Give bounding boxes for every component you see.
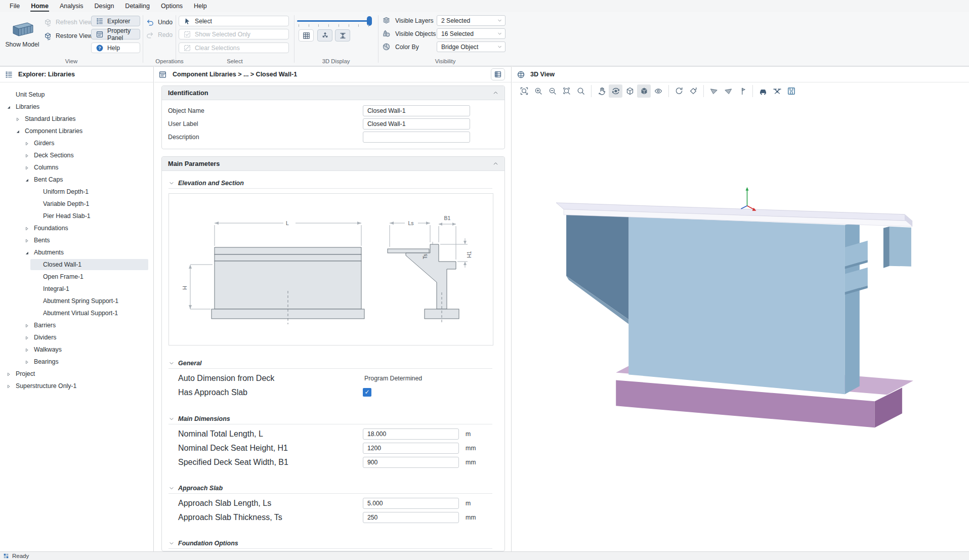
expand-arrow-icon[interactable] [24,359,29,364]
expand-arrow-icon[interactable] [24,153,29,158]
expand-arrow-icon[interactable] [6,371,11,376]
rotate-axis-button[interactable] [686,84,700,98]
collapse-icon[interactable] [492,160,499,167]
explorer-toggle-button[interactable]: Explorer [91,16,140,26]
extrude-display-button[interactable] [317,29,332,41]
approach-slab-section-header[interactable]: Approach Slab [168,483,492,494]
3d-viewport[interactable] [512,99,969,551]
tree-item-girders[interactable]: Girders [0,137,153,149]
main-dimensions-section-header[interactable]: Main Dimensions [168,414,492,424]
object-name-input[interactable] [363,105,470,116]
menu-home[interactable]: Home [25,1,54,12]
tree-item-foundations[interactable]: Foundations [0,222,153,234]
section-display-button[interactable] [335,29,350,41]
clear-selections-button[interactable]: Clear Selections [179,42,289,53]
undo-button[interactable]: Undo [146,17,173,28]
expand-arrow-icon[interactable] [24,347,29,352]
zoom-extents-button[interactable] [517,84,531,98]
expand-arrow-icon[interactable] [24,323,29,328]
redo-button[interactable]: Redo [146,29,173,40]
fly-over-button[interactable] [770,84,784,98]
tree-item-component-libraries[interactable]: Component Libraries [0,125,153,137]
restore-view-button[interactable]: Restore View [44,30,92,41]
visible-objects-dropdown[interactable]: 16 Selected [437,28,505,39]
collapse-arrow-icon[interactable] [6,104,11,109]
show-selected-only-button[interactable]: Show Selected Only [179,29,289,39]
tree-item-walkways[interactable]: Walkways [0,343,153,356]
description-input[interactable] [363,132,470,143]
zoom-dynamic-button[interactable] [574,84,587,98]
zoom-window-button[interactable] [560,84,573,98]
expand-arrow-icon[interactable] [6,383,11,389]
grid-display-button[interactable] [299,29,314,41]
tree-item-abutment-virtual-support-1[interactable]: Abutment Virtual Support-1 [0,307,153,319]
collapse-arrow-icon[interactable] [15,128,20,134]
collapse-icon[interactable] [492,90,499,96]
expand-arrow-icon[interactable] [24,165,29,170]
menu-help[interactable]: Help [188,1,213,12]
menu-design[interactable]: Design [89,1,119,12]
visibility-eye-button[interactable] [651,84,665,98]
display-slider-track[interactable] [297,20,370,22]
refresh-view-button[interactable]: Refresh View [44,17,92,28]
pan-button[interactable] [595,84,608,98]
tree-item-uniform-depth-1[interactable]: Uniform Depth-1 [0,186,153,198]
specified-deck-seat-width-b1-input[interactable] [363,457,459,468]
tree-item-standard-libraries[interactable]: Standard Libraries [0,113,153,125]
menu-file[interactable]: File [4,1,25,12]
tree-item-integral-1[interactable]: Integral-1 [0,283,153,295]
tree-item-variable-depth-1[interactable]: Variable Depth-1 [0,198,153,210]
view-dir-3-button[interactable] [735,84,749,98]
expand-arrow-icon[interactable] [24,335,29,340]
drive-through-button[interactable] [756,84,770,98]
expand-arrow-icon[interactable] [24,141,29,146]
tree-item-libraries[interactable]: Libraries [0,101,153,113]
has-approach-slab-checkbox[interactable]: ✓ [363,388,371,397]
tree-item-unit-setup[interactable]: Unit Setup [0,89,153,101]
visible-layers-dropdown[interactable]: 2 Selected [437,15,505,26]
tree-item-open-frame-1[interactable]: Open Frame-1 [0,271,153,283]
tree-item-pier-head-slab-1[interactable]: Pier Head Slab-1 [0,210,153,222]
identification-header[interactable]: Identification [162,86,504,100]
tree-item-abutments[interactable]: Abutments [0,246,153,259]
tree-item-superstructure-only-1[interactable]: Superstructure Only-1 [0,380,153,392]
help-button[interactable]: ? Help [91,42,140,53]
collapse-arrow-icon[interactable] [24,250,29,255]
rotate-cw-button[interactable] [672,84,686,98]
expand-arrow-icon[interactable] [24,226,29,231]
property-panel-toggle-button[interactable]: Property Panel [91,29,140,39]
view-dir-1-button[interactable] [707,84,721,98]
zoom-out-button[interactable] [545,84,559,98]
tree-item-columns[interactable]: Columns [0,161,153,174]
tree-item-dividers[interactable]: Dividers [0,331,153,343]
approach-slab-thickness-ts-input[interactable] [363,512,459,523]
tree-item-bent-caps[interactable]: Bent Caps [0,174,153,186]
property-scroll-area[interactable]: Identification Object NameUser LabelDesc… [154,82,511,551]
collapse-arrow-icon[interactable] [24,177,29,182]
tree-item-abutment-spring-support-1[interactable]: Abutment Spring Support-1 [0,295,153,307]
tree-item-deck-sections[interactable]: Deck Sections [0,149,153,161]
tree-item-closed-wall-1[interactable]: Closed Wall-1 [0,259,153,271]
zoom-in-button[interactable] [531,84,545,98]
expand-arrow-icon[interactable] [24,238,29,243]
main-parameters-header[interactable]: Main Parameters [162,157,504,171]
general-section-header[interactable]: General [168,358,492,369]
tree-item-barriers[interactable]: Barriers [0,319,153,331]
user-label-input[interactable] [363,118,470,130]
open-table-view-button[interactable] [491,68,505,80]
cube-wireframe-button[interactable] [623,84,637,98]
foundation-options-section-header[interactable]: Foundation Options [168,538,492,549]
cube-solid-button[interactable] [637,84,651,98]
nominal-total-length-l-input[interactable] [363,428,459,440]
section-box-button[interactable] [784,84,798,98]
orbit-button[interactable] [609,84,622,98]
tree-item-bearings[interactable]: Bearings [0,356,153,368]
menu-analysis[interactable]: Analysis [54,1,89,12]
elevation-section-header[interactable]: Elevation and Section [168,178,492,189]
menu-options[interactable]: Options [155,1,188,12]
expand-arrow-icon[interactable] [15,116,20,121]
approach-slab-length-ls-input[interactable] [363,498,459,509]
tree-item-project[interactable]: Project [0,368,153,380]
select-button[interactable]: Select [179,16,289,26]
show-model-button[interactable]: Show Model [4,15,40,54]
